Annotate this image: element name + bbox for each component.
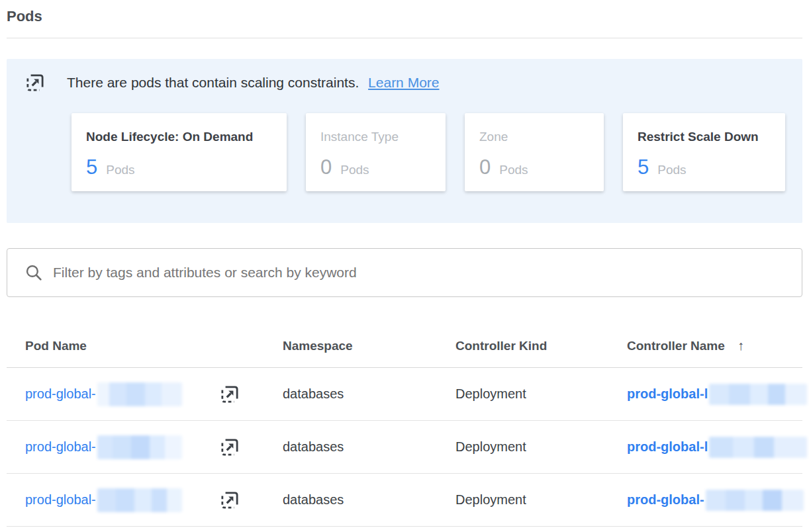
table-row: prod-global- databases Deployment prod-g… (7, 368, 802, 421)
namespace-cell: databases (283, 439, 455, 455)
title-divider (7, 38, 802, 38)
controller-name-text: prod-global- (627, 492, 704, 508)
controller-kind-cell: Deployment (455, 492, 627, 508)
controller-kind-cell: Deployment (455, 439, 627, 455)
search-input[interactable] (53, 265, 802, 281)
scale-out-icon[interactable] (220, 437, 240, 457)
learn-more-link[interactable]: Learn More (368, 75, 439, 90)
card-title: Node Lifecycle: On Demand (86, 130, 287, 144)
constraint-cards: Node Lifecycle: On Demand 5 Pods Instanc… (71, 113, 802, 191)
card-count: 0 (320, 155, 332, 179)
redacted-controller-name (706, 490, 804, 511)
column-header-namespace[interactable]: Namespace (283, 339, 455, 353)
sort-ascending-icon: ↑ (738, 338, 744, 353)
table-row: prod-global- databases Deployment prod-g… (7, 421, 802, 474)
redacted-controller-name (709, 384, 807, 405)
redacted-pod-name (97, 382, 182, 406)
card-count: 5 (86, 155, 97, 179)
card-title: Zone (479, 130, 604, 144)
card-count: 0 (479, 155, 491, 179)
banner-message: There are pods that contain scaling cons… (67, 75, 439, 91)
page-title: Pods (7, 8, 802, 25)
scale-out-icon[interactable] (220, 384, 240, 404)
controller-name-text: prod-global-l (627, 439, 708, 455)
scale-out-icon[interactable] (220, 490, 240, 510)
controller-kind-cell: Deployment (455, 386, 627, 402)
column-header-pod-name[interactable]: Pod Name (25, 339, 283, 353)
controller-name-link[interactable]: prod-global-l (627, 384, 807, 405)
table-header: Pod Name Namespace Controller Kind Contr… (7, 297, 802, 368)
card-unit: Pods (657, 163, 686, 177)
card-unit: Pods (106, 163, 134, 177)
card-unit: Pods (499, 163, 528, 177)
scale-out-icon (25, 73, 45, 93)
pods-page: Pods There are pods that contain scaling… (0, 8, 809, 527)
card-unit: Pods (340, 163, 369, 177)
pod-name-link[interactable]: prod-global- (25, 439, 96, 455)
search-icon (25, 264, 43, 282)
namespace-cell: databases (283, 386, 455, 402)
redacted-controller-name (709, 437, 807, 458)
redacted-pod-name (97, 488, 182, 512)
card-zone[interactable]: Zone 0 Pods (465, 113, 604, 191)
banner-message-text: There are pods that contain scaling cons… (67, 75, 359, 90)
redacted-pod-name (97, 435, 182, 459)
namespace-cell: databases (283, 492, 455, 508)
scaling-constraints-banner: There are pods that contain scaling cons… (7, 59, 802, 223)
card-count: 5 (638, 155, 649, 179)
controller-name-text: prod-global-l (627, 386, 708, 402)
card-restrict-scale-down[interactable]: Restrict Scale Down 5 Pods (623, 113, 785, 191)
column-header-controller-kind[interactable]: Controller Kind (455, 339, 627, 353)
controller-name-link[interactable]: prod-global-l (627, 437, 807, 458)
pod-name-link[interactable]: prod-global- (25, 492, 96, 508)
card-title: Restrict Scale Down (638, 130, 785, 144)
card-instance-type[interactable]: Instance Type 0 Pods (306, 113, 446, 191)
pod-name-link[interactable]: prod-global- (25, 386, 96, 402)
column-header-controller-name[interactable]: Controller Name ↑ (627, 338, 802, 353)
filter-search-box[interactable] (7, 248, 802, 297)
card-title: Instance Type (320, 130, 446, 144)
controller-name-link[interactable]: prod-global- (627, 490, 804, 511)
table-row: prod-global- databases Deployment prod-g… (7, 474, 802, 527)
card-node-lifecycle[interactable]: Node Lifecycle: On Demand 5 Pods (71, 113, 287, 191)
column-header-label: Controller Name (627, 339, 725, 353)
